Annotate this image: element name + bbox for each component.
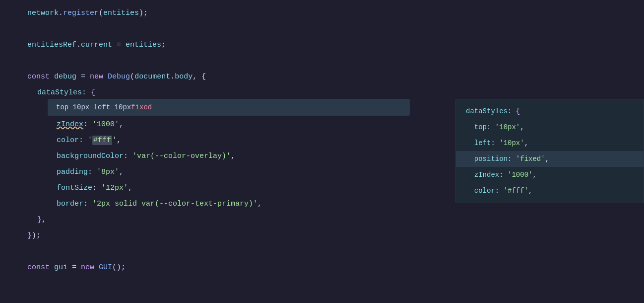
preview-line: color: '#fff',	[456, 183, 644, 199]
preview-line: top: '10px',	[456, 119, 644, 135]
autocomplete-dropdown-left[interactable]: top 10px left 10px fixed	[48, 99, 410, 116]
code-editor: network.register(entities); entitiesRef.…	[0, 0, 644, 303]
code-line: });	[0, 227, 644, 243]
code-line: },	[0, 212, 644, 227]
preview-line: zIndex: '1000',	[456, 167, 644, 183]
main-code-area: network.register(entities); entitiesRef.…	[0, 0, 644, 303]
code-line: dataStyles: {	[0, 84, 644, 100]
code-line: const debug = new Debug(document.body, {	[0, 69, 644, 84]
code-line: entitiesRef.current = entities;	[0, 37, 644, 53]
preview-line: left: '10px',	[456, 135, 644, 151]
empty-line	[0, 53, 644, 69]
autocomplete-preview-right: dataStyles: { top: '10px', left: '10px',…	[455, 99, 644, 203]
code-token: network	[27, 9, 59, 17]
code-line: network.register(entities);	[0, 5, 644, 21]
autocomplete-item[interactable]: top 10px left 10px fixed	[48, 99, 409, 115]
empty-line	[0, 243, 644, 259]
empty-line	[0, 21, 644, 37]
code-line: const gui = new GUI();	[0, 259, 644, 275]
preview-line: dataStyles: {	[456, 103, 644, 119]
preview-line-selected: position: 'fixed',	[456, 151, 644, 167]
